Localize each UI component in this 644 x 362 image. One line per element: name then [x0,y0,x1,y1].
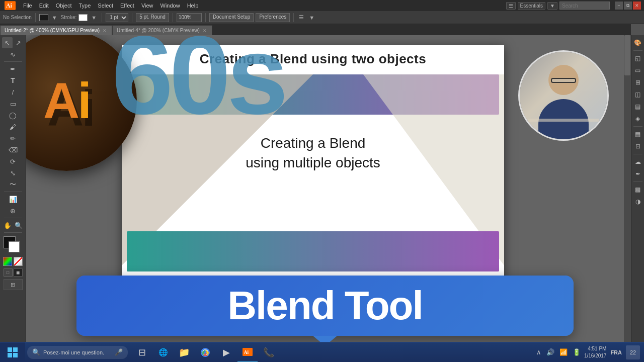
select-tool[interactable]: ↖ [2,37,13,48]
fill-icon[interactable]: ▼ [50,15,59,21]
close-button[interactable]: ✕ [633,2,641,10]
opacity-input[interactable] [177,13,202,22]
type-tool[interactable]: T [2,75,24,86]
search-input[interactable] [559,2,610,10]
tab-1-close[interactable]: ✕ [202,28,208,33]
menu-object[interactable]: Object [53,2,75,10]
symbol-tool[interactable]: ⊕ [2,205,24,216]
tray-time-display[interactable]: 4:51 PM 1/16/2017 [584,345,607,359]
panel-symbols-icon[interactable]: ☁ [632,156,643,167]
scrollbar-right[interactable] [624,35,631,351]
hand-tool[interactable]: ✋ [2,220,13,231]
expand-icon[interactable]: ▼ [547,2,557,10]
search-mic-icon: 🔍 [32,348,40,356]
preferences-btn[interactable]: Preferences [256,13,290,22]
line-tool[interactable]: / [2,86,24,98]
fill-color-swatch[interactable] [39,14,48,21]
menu-file[interactable]: File [20,2,35,10]
stroke-style-btn[interactable]: 5 pt. Round [136,13,169,22]
tray-up-arrow[interactable]: ∧ [535,348,543,356]
none-mode-btn[interactable] [14,257,23,266]
arrange-panel-icon[interactable]: ☰ [297,14,305,21]
stroke-weight-dropdown[interactable]: 1 pt2 pt3 pt [106,13,128,22]
color-mode-row [3,257,23,266]
panel-stroke-icon[interactable]: ◫ [632,89,643,100]
menu-effect[interactable]: Effect [117,2,137,10]
warp-tool[interactable]: 〜 [2,179,24,190]
ellipse-tool[interactable]: ◯ [2,110,24,121]
taskbar-search[interactable]: 🔍 Posez-moi une question. 🎤 [27,346,128,359]
rotate-tool[interactable]: ⟳ [2,156,24,167]
lasso-tool[interactable]: ∿ [2,49,24,60]
stroke-arrow-icon[interactable]: ▼ [90,15,98,21]
person-background [520,52,607,139]
zoom-tool[interactable]: 🔍 [13,220,24,231]
tab-0-label: Untitled-2* @ 400% (CMYK/GPU Preview) [5,28,100,33]
taskbar-edge[interactable]: 🌐 [153,342,173,363]
color-mode-btn[interactable] [3,257,12,266]
pen-tool[interactable]: ✒ [2,63,24,74]
normal-view-btn[interactable]: □ [4,268,13,277]
control-bar: No Selection ▼ Stroke: ▼ 1 pt2 pt3 pt 5 … [0,11,644,24]
taskbar-chrome[interactable] [195,342,215,363]
panel-appearance-icon[interactable]: ◈ [632,113,643,124]
menu-view[interactable]: View [138,2,156,10]
stroke-color-swatch[interactable] [78,14,88,21]
panel-align-icon[interactable]: ◱ [632,53,643,64]
menu-type[interactable]: Type [76,2,94,10]
arrange-icon[interactable]: ☰ [506,2,516,10]
artboard-tool[interactable]: ⊞ [4,279,23,290]
ai-logo-text-container: Ai Ai [43,75,90,126]
restore-button[interactable]: ⧉ [624,2,632,10]
right-panel: 🎨 ◱ ▭ ⊞ ◫ ▤ ◈ ▦ ⊡ ☁ ✒ ▩ ◑ [631,35,644,351]
tray-volume-icon[interactable]: 🔊 [545,348,556,356]
menu-edit[interactable]: Edit [36,2,52,10]
panel-graphic-styles-icon[interactable]: ◑ [632,196,643,207]
minimize-button[interactable]: − [615,2,623,10]
ai-logo-circle: Ai Ai [26,35,137,171]
person-glasses [551,78,576,83]
tray-language[interactable]: FRA [608,349,624,355]
tray-battery-icon[interactable]: 🔋 [571,348,582,356]
taskbar-media-player[interactable]: ▶ [216,342,236,363]
menu-window[interactable]: Window [157,2,183,10]
document-setup-btn[interactable]: Document Setup [209,13,254,22]
workspace-btn[interactable]: Essentials [518,2,546,10]
scrollbar-thumb-vertical[interactable] [624,35,630,75]
tab-1[interactable]: Untitled-4* @ 200% (CMYK Preview) ✕ [112,25,212,35]
tab-1-label: Untitled-4* @ 200% (CMYK Preview) [117,28,200,33]
panel-artboards-icon[interactable]: ⊡ [632,141,643,152]
start-button[interactable] [0,342,25,363]
chevron-down-icon[interactable]: ▼ [307,15,316,21]
taskbar-task-view[interactable]: ⊟ [132,342,152,363]
panel-color-icon[interactable]: 🎨 [632,37,643,48]
eraser-tool[interactable]: ⌫ [2,144,24,155]
direct-select-tool[interactable]: ↗ [13,37,24,48]
brush-tool[interactable]: 🖌 [2,121,24,132]
notification-center[interactable]: 22 [626,345,640,359]
rect-tool[interactable]: ▭ [2,98,24,109]
tab-0[interactable]: Untitled-2* @ 400% (CMYK/GPU Preview) ✕ [0,25,112,35]
taskbar-phone[interactable]: 📞 [259,342,279,363]
pencil-tool[interactable]: ✏ [2,133,24,144]
tray-network-icon[interactable]: 📶 [558,348,569,356]
taskbar-illustrator[interactable]: Ai [237,342,258,363]
panel-transform-icon[interactable]: ▭ [632,65,643,76]
menu-select[interactable]: Select [95,2,116,10]
svg-rect-5 [13,353,18,357]
outline-view-btn[interactable]: ◼ [14,268,23,277]
panel-pathfinder-icon[interactable]: ⊞ [632,77,643,88]
column-graph-tool[interactable]: 📊 [2,194,24,205]
panel-layers-icon[interactable]: ▦ [632,129,643,140]
panel-brushes-icon[interactable]: ✒ [632,168,643,179]
taskbar-explorer[interactable]: 📁 [174,342,194,363]
taskbar-pinned-icons: ⊟ 🌐 📁 ▶ Ai 📞 [132,342,279,363]
profile-circle [518,50,609,141]
panel-swatches-icon[interactable]: ▩ [632,184,643,195]
stroke-swatch[interactable] [9,241,20,252]
scale-tool[interactable]: ⤡ [2,167,24,178]
tab-0-close[interactable]: ✕ [102,28,108,33]
menu-help[interactable]: Help [184,2,202,10]
taskbar-tray: ∧ 🔊 📶 🔋 4:51 PM 1/16/2017 FRA 22 [531,345,644,359]
panel-gradient-icon[interactable]: ▤ [632,101,643,112]
